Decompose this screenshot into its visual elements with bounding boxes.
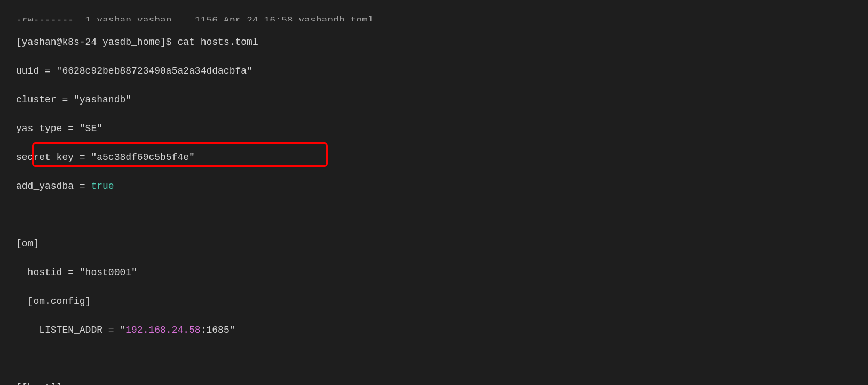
om-listen-addr: LISTEN_ADDR = "192.168.24.58:1685" (16, 323, 852, 338)
prompt-symbol: $ (166, 37, 172, 47)
blank-line (16, 208, 852, 222)
toml-cluster: cluster = "yashandb" (16, 93, 852, 107)
toml-secretkey: secret_key = "a5c38df69c5b5f4e" (16, 150, 852, 165)
true-keyword: true (91, 181, 114, 191)
ip-address: 192.168.24.58 (125, 325, 200, 335)
prompt-line: [yashan@k8s-24 yasdb_home]$ cat hosts.to… (16, 35, 852, 50)
toml-addyasdba: add_yasdba = true (16, 179, 852, 194)
toml-yastype: yas_type = "SE" (16, 122, 852, 136)
om-section-header: [om] (16, 237, 852, 251)
host-section-header: [[host]] (16, 381, 852, 385)
prompt-context: [yashan@k8s-24 yasdb_home] (16, 37, 166, 47)
toml-uuid: uuid = "6628c92beb88723490a5a2a34ddacbfa… (16, 64, 852, 78)
ls-remnant: -rw------- 1 yashan yashan 1156 Apr 24 1… (16, 13, 852, 21)
command-text: cat hosts.toml (177, 37, 258, 47)
om-hostid: hostid = "host0001" (16, 266, 852, 280)
om-config-header: [om.config] (16, 294, 852, 309)
blank-line (16, 352, 852, 366)
terminal-output: -rw------- 1 yashan yashan 1156 Apr 24 1… (0, 0, 868, 385)
